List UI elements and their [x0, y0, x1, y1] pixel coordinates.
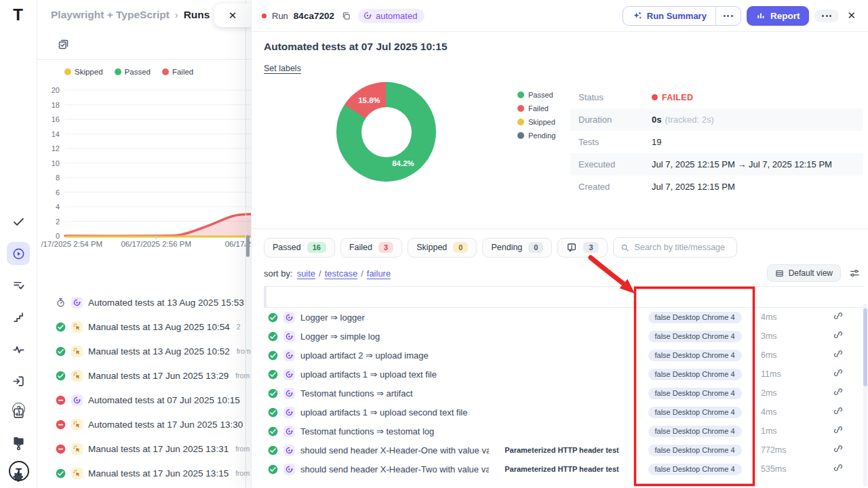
meta-badge: false Desktop Chrome 4 — [648, 445, 742, 456]
sort-link-suite[interactable]: suite — [297, 268, 315, 279]
report-button[interactable]: Report — [747, 6, 810, 26]
failed-icon — [56, 444, 66, 454]
filter-count-badge: 16 — [307, 242, 326, 253]
table-row[interactable]: Logger ⇒ simple log false Desktop Chrome… — [264, 327, 863, 346]
play-circle-icon[interactable] — [7, 242, 30, 265]
ellipsis-icon — [724, 15, 733, 17]
filter-pill[interactable]: Failed 3 — [340, 238, 402, 258]
column-header[interactable] — [266, 287, 267, 307]
manual-icon — [71, 370, 83, 382]
passed-icon — [56, 371, 66, 381]
link-icon[interactable] — [833, 368, 843, 380]
runs-scrollbar[interactable] — [246, 235, 250, 257]
sliders-icon — [849, 268, 860, 279]
search-input[interactable] — [635, 243, 730, 252]
run-summary-more-button[interactable] — [716, 7, 741, 25]
pulse-icon[interactable] — [7, 338, 30, 361]
link-icon[interactable] — [833, 349, 843, 361]
run-suffix: from — [235, 445, 250, 453]
legend-label: Skipped — [528, 118, 555, 126]
link-icon[interactable] — [833, 406, 843, 418]
table-body: Logger ⇒ logger false Desktop Chrome 4 4… — [264, 308, 863, 479]
runs-trend-chart: 02468101214161820/17/2025 2:54 PM06/17/2… — [39, 76, 251, 260]
passed-icon — [268, 388, 278, 399]
link-icon[interactable] — [833, 463, 843, 475]
table-row[interactable]: upload artifacts 1 ⇒ upload second text … — [264, 403, 863, 422]
filter-pill[interactable]: Passed 16 — [264, 238, 335, 258]
folder-icon[interactable] — [7, 429, 31, 452]
link-icon[interactable] — [833, 330, 843, 342]
test-runtime: 4ms — [755, 312, 812, 322]
set-labels-link[interactable]: Set labels — [264, 64, 301, 73]
detail-value: 19 — [652, 137, 661, 147]
run-summary-label: Run Summary — [647, 11, 707, 21]
breadcrumb-project[interactable]: Playwright + TypeScript — [51, 9, 170, 21]
table-row[interactable]: Testomat functions ⇒ testomat log false … — [264, 422, 863, 441]
check-icon[interactable] — [7, 210, 30, 233]
close-runs-tab[interactable]: ✕ — [214, 3, 251, 27]
default-view-button[interactable]: Default view — [767, 264, 841, 282]
comments-filter-pill[interactable]: 3 — [557, 238, 607, 258]
link-icon[interactable] — [833, 311, 843, 323]
trend-legend: Skipped Passed Failed — [64, 68, 193, 76]
svg-text:10: 10 — [52, 159, 60, 167]
test-suite: Parameterized HTTP header test — [489, 446, 635, 454]
test-title: should send header X-Header-One with val… — [300, 445, 489, 455]
table-row[interactable]: should send header X-Header-Two with val… — [264, 460, 863, 479]
app-logo[interactable]: T — [0, 5, 37, 192]
manual-icon — [71, 321, 83, 333]
detail-label: Duration — [570, 115, 652, 125]
automated-icon — [71, 394, 83, 406]
list-check-icon[interactable] — [7, 274, 30, 297]
table-row[interactable]: Logger ⇒ logger false Desktop Chrome 4 4… — [264, 308, 863, 327]
passed-icon — [268, 350, 278, 361]
automated-icon — [283, 312, 295, 323]
meta-badge: false Desktop Chrome 4 — [648, 312, 742, 323]
automated-icon — [71, 297, 83, 308]
table-row[interactable]: upload artifact 2 ⇒ upload image false D… — [264, 346, 863, 365]
manual-icon — [71, 419, 83, 430]
donut-label-failed: 15.8% — [358, 96, 380, 104]
link-icon[interactable] — [833, 425, 843, 437]
table-row[interactable]: upload artifacts 1 ⇒ upload text file fa… — [264, 365, 863, 384]
report-label: Report — [770, 11, 800, 21]
detail-value: 0s — [652, 115, 661, 125]
select-runs-icon[interactable] — [58, 39, 69, 50]
import-icon[interactable] — [7, 369, 30, 392]
user-avatar[interactable]: T — [9, 461, 29, 481]
filter-pill[interactable]: Skipped 0 — [408, 238, 477, 258]
run-title: Manual tests at 13 Aug 2025 10:52 — [88, 346, 230, 357]
table-view-icon — [775, 269, 784, 278]
automated-badge[interactable]: automated — [358, 9, 425, 23]
detail-label: Status — [570, 92, 652, 102]
detail-row: Executed Jul 7, 2025 12:15 PM → Jul 7, 2… — [570, 153, 863, 176]
comment-count-badge: 3 — [583, 242, 598, 253]
test-runtime: 4ms — [755, 407, 812, 417]
sort-link-testcase[interactable]: testcase — [325, 268, 357, 279]
run-summary-button[interactable]: Run Summary — [623, 7, 715, 25]
help-icon[interactable]: ? — [7, 397, 31, 420]
search-icon — [620, 243, 629, 253]
link-icon[interactable] — [833, 444, 843, 456]
table-row[interactable]: Testomat functions ⇒ artifact false Desk… — [264, 384, 863, 403]
meta-badge: false Desktop Chrome 4 — [648, 331, 742, 342]
link-icon[interactable] — [833, 387, 843, 399]
view-button-label: Default view — [789, 268, 833, 278]
legend-label: Failed — [172, 68, 193, 76]
sort-link-failure[interactable]: failure — [367, 268, 391, 279]
legend-dot — [115, 68, 121, 75]
column-settings-button[interactable] — [849, 268, 860, 279]
panel-close-button[interactable]: ✕ — [844, 8, 859, 23]
legend-dot — [517, 119, 524, 125]
detail-extra: (tracked: 2s) — [665, 115, 713, 125]
test-title: Logger ⇒ simple log — [300, 331, 380, 342]
copy-run-id-button[interactable] — [340, 9, 353, 22]
panel-more-button[interactable] — [814, 9, 839, 22]
steps-icon[interactable] — [7, 306, 30, 329]
table-row[interactable]: should send header X-Header-One with val… — [264, 441, 863, 460]
sort-separator: / — [319, 268, 321, 279]
donut-label-passed: 84.2% — [392, 159, 414, 167]
panel-scrollbar[interactable] — [863, 308, 867, 386]
run-summary-group: Run Summary — [623, 6, 741, 26]
filter-pill[interactable]: Pending 0 — [482, 238, 552, 258]
